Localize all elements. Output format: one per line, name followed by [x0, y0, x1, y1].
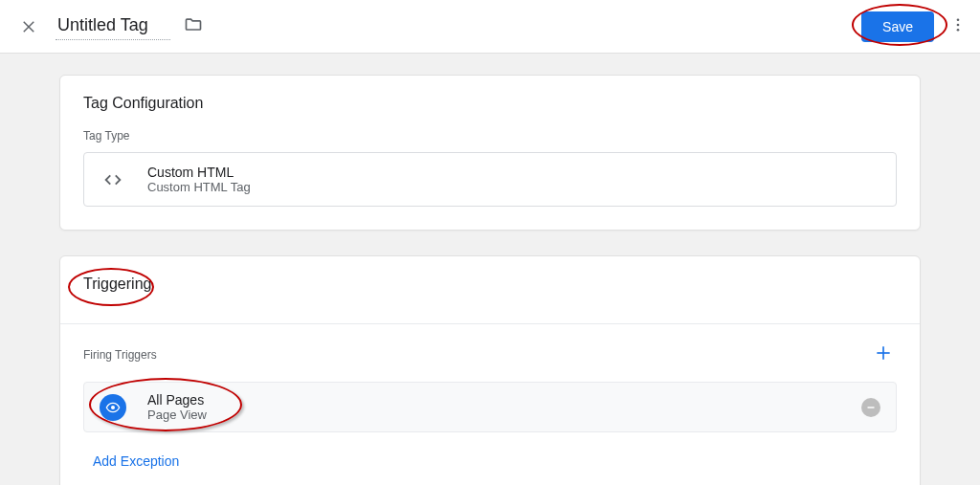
- folder-icon: [184, 15, 203, 34]
- folder-button[interactable]: [184, 15, 203, 38]
- minus-icon: [865, 402, 877, 413]
- tag-name-input[interactable]: [56, 13, 170, 40]
- tag-type-selector[interactable]: Custom HTML Custom HTML Tag: [83, 152, 897, 207]
- trigger-name: All Pages: [147, 392, 207, 408]
- tag-type-text: Custom HTML Custom HTML Tag: [147, 165, 251, 194]
- close-button[interactable]: [13, 11, 44, 42]
- trigger-row-all-pages[interactable]: All Pages Page View: [83, 382, 897, 432]
- page-view-icon: [100, 394, 126, 421]
- divider: [60, 323, 920, 324]
- svg-point-2: [957, 18, 960, 21]
- tag-config-title: Tag Configuration: [83, 95, 203, 112]
- content-area: Tag Configuration Tag Type Custom HTML C…: [0, 54, 980, 485]
- remove-trigger-button[interactable]: [861, 398, 880, 417]
- trigger-type: Page View: [147, 408, 207, 422]
- trigger-row-wrap: All Pages Page View: [83, 382, 897, 432]
- tag-type-label: Tag Type: [83, 129, 897, 143]
- plus-icon: [874, 343, 893, 363]
- header-bar: Save: [0, 0, 980, 54]
- save-button[interactable]: Save: [861, 11, 934, 42]
- more-menu-button[interactable]: [949, 16, 967, 37]
- tag-configuration-card: Tag Configuration Tag Type Custom HTML C…: [59, 75, 921, 231]
- code-icon: [100, 166, 126, 193]
- more-vert-icon: [949, 16, 967, 33]
- triggering-title: Triggering: [83, 276, 151, 293]
- triggering-card: Triggering Firing Triggers All Pages Pag…: [59, 255, 921, 485]
- close-icon: [20, 18, 37, 35]
- trigger-text: All Pages Page View: [147, 392, 207, 422]
- firing-triggers-header: Firing Triggers: [83, 340, 897, 370]
- add-trigger-button[interactable]: [870, 340, 897, 370]
- firing-triggers-label: Firing Triggers: [83, 348, 157, 362]
- svg-point-4: [957, 28, 960, 31]
- save-button-wrap: Save: [861, 11, 934, 42]
- eye-icon: [105, 400, 121, 415]
- tag-type-desc: Custom HTML Tag: [147, 180, 251, 194]
- add-exception-link[interactable]: Add Exception: [93, 453, 179, 469]
- tag-type-name: Custom HTML: [147, 165, 251, 180]
- svg-point-7: [111, 406, 115, 409]
- svg-point-3: [957, 23, 960, 26]
